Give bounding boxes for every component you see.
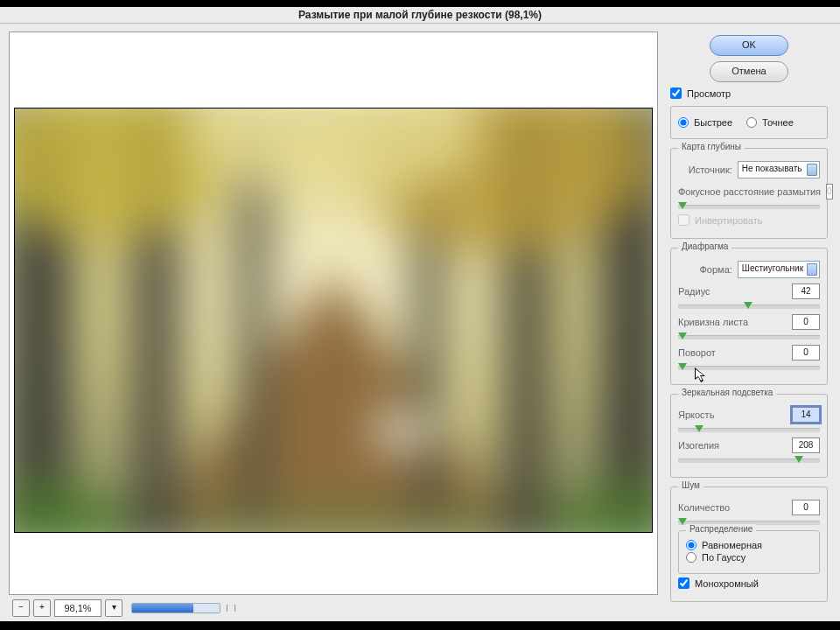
dialog-content: − + 98,1% ▾ OK Отмена Просмотр (0, 23, 840, 621)
curvature-slider[interactable] (678, 335, 820, 340)
source-select[interactable]: Не показывать (738, 161, 820, 178)
focal-value[interactable]: 0 (826, 184, 833, 200)
preview-panel (9, 32, 658, 595)
invert-checkbox (678, 214, 690, 226)
render-mode: Быстрее Точнее (678, 116, 820, 130)
radius-value[interactable]: 42 (792, 284, 820, 299)
focal-slider[interactable] (678, 205, 820, 209)
zoom-field[interactable]: 98,1% (54, 599, 102, 617)
render-fast-radio[interactable] (678, 117, 689, 128)
image-canvas[interactable] (14, 108, 653, 533)
brightness-value[interactable]: 14 (792, 407, 820, 423)
invert-checkbox-row: Инвертировать (678, 214, 820, 226)
curvature-value[interactable]: 0 (792, 314, 820, 330)
threshold-slider[interactable] (678, 458, 820, 463)
curvature-label: Кривизна листа (678, 317, 787, 327)
monochrome-row: Монохромный (678, 578, 820, 589)
shape-label: Форма: (678, 264, 732, 275)
rotation-slider[interactable] (678, 366, 820, 370)
shape-select[interactable]: Шестиугольник (6) (738, 261, 820, 278)
dist-gauss[interactable]: По Гауссу (686, 552, 812, 563)
zoom-bar: − + 98,1% ▾ (12, 598, 651, 618)
title-bar: Размытие при малой глубине резкости (98,… (0, 7, 840, 24)
zoom-in-button[interactable]: + (33, 599, 51, 617)
dist-gauss-radio[interactable] (686, 552, 696, 563)
render-accurate-radio[interactable] (746, 117, 757, 128)
amount-label: Количество (678, 502, 787, 513)
controls-panel: OK Отмена Просмотр Быстрее Точнее (670, 35, 828, 609)
radius-label: Радиус (678, 286, 787, 297)
group-specular: Зеркальная подсветка Яркость 14 Изогелия… (670, 394, 828, 478)
preview-image (14, 108, 653, 533)
zoom-progress (131, 603, 220, 613)
preview-checkbox[interactable] (670, 88, 682, 99)
monochrome-checkbox[interactable] (678, 578, 690, 589)
render-accurate[interactable]: Точнее (746, 117, 794, 128)
zoom-menu-button[interactable]: ▾ (105, 599, 122, 617)
brightness-slider[interactable] (678, 428, 820, 432)
svg-point-14 (374, 410, 434, 451)
rotation-label: Поворот (678, 347, 787, 358)
group-depth-map: Карта глубины Источник: Не показывать Фо… (670, 148, 828, 239)
threshold-value[interactable]: 208 (792, 438, 820, 453)
ok-button[interactable]: OK (710, 35, 788, 56)
amount-value[interactable]: 0 (792, 500, 820, 515)
source-label: Источник: (678, 164, 732, 175)
dist-uniform[interactable]: Равномерная (686, 540, 812, 550)
zoom-out-button[interactable]: − (12, 599, 30, 617)
dist-uniform-radio[interactable] (686, 540, 696, 550)
threshold-label: Изогелия (678, 440, 787, 451)
group-noise: Шум Количество 0 Распределение Равномерн… (670, 486, 828, 602)
focal-label: Фокусное расстояние размытия (678, 186, 821, 197)
dialog-window: Размытие при малой глубине резкости (98,… (0, 7, 840, 621)
rotation-value[interactable]: 0 (792, 345, 820, 360)
scroll-grip[interactable] (227, 605, 235, 612)
brightness-label: Яркость (678, 410, 787, 420)
radius-slider[interactable] (678, 304, 820, 309)
preview-checkbox-row: Просмотр (670, 88, 828, 99)
preview-label: Просмотр (687, 88, 731, 99)
svg-rect-5 (238, 140, 268, 521)
render-fast[interactable]: Быстрее (678, 117, 732, 128)
cancel-button[interactable]: Отмена (710, 61, 788, 82)
group-aperture: Диафрагма Форма: Шестиугольник (6) Радиу… (670, 248, 828, 385)
